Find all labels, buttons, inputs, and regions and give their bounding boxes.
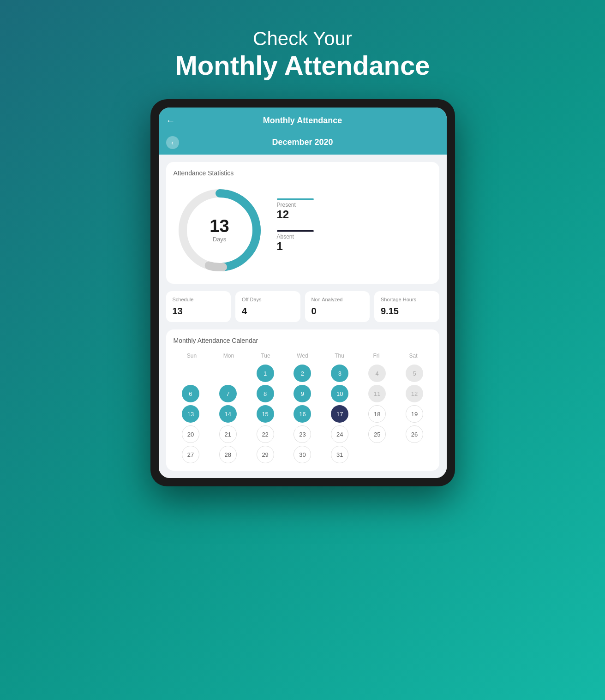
cal-day-22[interactable]: 22 [257,425,274,443]
present-label: Present [277,202,432,208]
stats-main: 13 Days Present 12 Absent [174,184,432,276]
calendar-body: 1234567891011121314151617181920212223242… [174,365,432,463]
calendar-section: Monthly Attendance Calendar SunMonTueWed… [166,329,439,471]
absent-legend: Absent 1 [277,230,432,253]
cal-day-14[interactable]: 14 [219,405,237,423]
stats-legend: Present 12 Absent 1 [277,198,432,262]
absent-label: Absent [277,233,432,240]
donut-chart: 13 Days [174,184,266,276]
cal-day-header-wed: Wed [284,351,321,361]
cal-day-9[interactable]: 9 [294,385,311,402]
cal-day-empty-4-6 [406,446,423,463]
cal-day-4[interactable]: 4 [368,365,386,382]
cal-day-30[interactable]: 30 [294,446,311,463]
cal-day-1[interactable]: 1 [257,365,274,382]
stat-label-3: Shortage Hours [381,297,433,302]
cal-day-24[interactable]: 24 [331,425,348,443]
cal-day-18[interactable]: 18 [368,405,386,423]
cal-day-empty-0-1 [219,365,237,382]
days-label: Days [213,236,227,243]
present-legend: Present 12 [277,198,432,221]
cal-day-15[interactable]: 15 [257,405,274,423]
cal-day-3[interactable]: 3 [331,365,348,382]
cal-day-header-mon: Mon [210,351,247,361]
stat-box-3: Shortage Hours 9.15 [374,291,439,322]
cal-day-7[interactable]: 7 [219,385,237,402]
absent-bar [277,230,314,232]
stat-box-0: Schedule 13 [166,291,231,322]
cal-day-header-fri: Fri [358,351,395,361]
cal-day-12[interactable]: 12 [406,385,423,402]
tablet-screen: ← Monthly Attendance ‹ December 2020 Att… [159,108,447,478]
stat-box-1: Off Days 4 [235,291,300,322]
content-area: Attendance Statistics 13 [159,155,447,478]
cal-day-8[interactable]: 8 [257,385,274,402]
app-header-title: Monthly Attendance [263,116,342,126]
absent-value: 1 [277,240,432,253]
hero-line1: Check Your [175,28,430,50]
cal-day-13[interactable]: 13 [182,405,199,423]
cal-day-26[interactable]: 26 [406,425,423,443]
total-days-value: 13 [210,217,229,235]
stat-label-1: Off Days [242,297,294,302]
stat-label-2: Non Analyzed [311,297,364,302]
cal-day-11[interactable]: 11 [368,385,386,402]
cal-day-25[interactable]: 25 [368,425,386,443]
cal-day-6[interactable]: 6 [182,385,199,402]
cal-day-10[interactable]: 10 [331,385,348,402]
cal-day-19[interactable]: 19 [406,405,423,423]
cal-day-16[interactable]: 16 [294,405,311,423]
stat-box-2: Non Analyzed 0 [305,291,370,322]
cal-day-20[interactable]: 20 [182,425,199,443]
hero-line2: Monthly Attendance [175,50,430,81]
cal-day-2[interactable]: 2 [294,365,311,382]
calendar-title: Monthly Attendance Calendar [174,337,432,344]
tablet-frame: ← Monthly Attendance ‹ December 2020 Att… [150,99,455,486]
calendar-grid: SunMonTueWedThuFriSat 123456789101112131… [174,351,432,463]
stat-value-0: 13 [173,306,225,317]
cal-day-21[interactable]: 21 [219,425,237,443]
cal-day-header-sat: Sat [395,351,432,361]
cal-day-empty-4-5 [368,446,386,463]
prev-month-button[interactable]: ‹ [166,136,179,149]
cal-day-28[interactable]: 28 [219,446,237,463]
donut-center: 13 Days [210,217,229,243]
cal-day-5[interactable]: 5 [406,365,423,382]
cal-day-header-sun: Sun [174,351,210,361]
hero-title: Check Your Monthly Attendance [175,28,430,81]
stat-value-1: 4 [242,306,294,317]
cal-day-31[interactable]: 31 [331,446,348,463]
calendar-header: SunMonTueWedThuFriSat [174,351,432,361]
cal-day-29[interactable]: 29 [257,446,274,463]
month-label: December 2020 [272,138,333,147]
month-nav: ‹ December 2020 [159,134,447,155]
stats-card-title: Attendance Statistics [174,169,432,177]
cal-day-empty-0-0 [182,365,199,382]
present-value: 12 [277,208,432,221]
back-icon[interactable]: ← [166,115,175,126]
stats-row: Schedule 13 Off Days 4 Non Analyzed 0 Sh… [166,291,439,322]
cal-day-header-tue: Tue [247,351,284,361]
cal-day-17[interactable]: 17 [331,405,348,423]
stats-card: Attendance Statistics 13 [166,162,439,284]
cal-day-header-thu: Thu [321,351,358,361]
stat-label-0: Schedule [173,297,225,302]
present-bar [277,198,314,200]
stat-value-2: 0 [311,306,364,317]
app-header: ← Monthly Attendance [159,108,447,134]
cal-day-27[interactable]: 27 [182,446,199,463]
stat-value-3: 9.15 [381,306,433,317]
cal-day-23[interactable]: 23 [294,425,311,443]
